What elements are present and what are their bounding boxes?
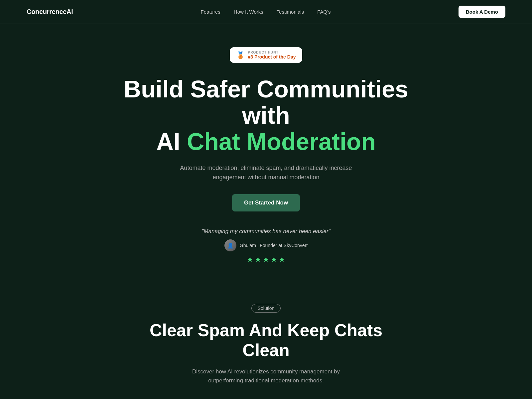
hero-section: 🥉 PRODUCT HUNT #3 Product of the Day Bui… (0, 24, 532, 284)
nav-how-it-works[interactable]: How It Works (234, 9, 263, 15)
brand-accent: Ai (66, 8, 73, 15)
product-hunt-badge: 🥉 PRODUCT HUNT #3 Product of the Day (230, 47, 303, 63)
ph-text: PRODUCT HUNT #3 Product of the Day (248, 51, 296, 60)
hero-heading-line2: AI (156, 128, 187, 155)
hero-heading-accent: Chat Moderation (187, 128, 376, 155)
nav-links: Features How It Works Testimonials FAQ's (201, 9, 331, 15)
star-1: ★ (247, 255, 253, 264)
solution-subtext: Discover how AI revolutionizes community… (180, 367, 352, 385)
star-2: ★ (255, 255, 261, 264)
hero-heading-line1: Build Safer Communities with (124, 76, 408, 129)
testimonial-block: "Managing my communities has never been … (201, 228, 330, 264)
star-rating: ★ ★ ★ ★ ★ (201, 255, 330, 264)
hero-heading: Build Safer Communities with AI Chat Mod… (116, 76, 416, 155)
testimonial-author: 👤 Ghulam | Founder at SkyConvert (201, 239, 330, 251)
ph-title: #3 Product of the Day (248, 54, 296, 60)
nav-features[interactable]: Features (201, 9, 220, 15)
star-4: ★ (271, 255, 277, 264)
book-demo-button[interactable]: Book A Demo (459, 6, 505, 18)
star-5: ★ (279, 255, 285, 264)
ph-medal-icon: 🥉 (236, 51, 245, 59)
star-3: ★ (263, 255, 269, 264)
brand-name: Concurrence (27, 8, 66, 15)
nav-testimonials[interactable]: Testimonials (277, 9, 304, 15)
nav-logo: ConcurrenceAi (27, 8, 73, 16)
nav-faqs[interactable]: FAQ's (317, 9, 331, 15)
testimonial-quote: "Managing my communities has never been … (201, 228, 330, 235)
get-started-button[interactable]: Get Started Now (232, 194, 300, 211)
avatar: 👤 (224, 239, 236, 251)
solution-section: Solution Clear Spam And Keep Chats Clean… (0, 284, 532, 399)
solution-badge: Solution (251, 304, 281, 313)
solution-heading: Clear Spam And Keep Chats Clean (133, 321, 399, 360)
ph-label: PRODUCT HUNT (248, 51, 279, 54)
navbar: ConcurrenceAi Features How It Works Test… (0, 0, 532, 24)
hero-subtext: Automate moderation, eliminate spam, and… (180, 163, 352, 183)
author-name: Ghulam | Founder at SkyConvert (240, 243, 308, 248)
